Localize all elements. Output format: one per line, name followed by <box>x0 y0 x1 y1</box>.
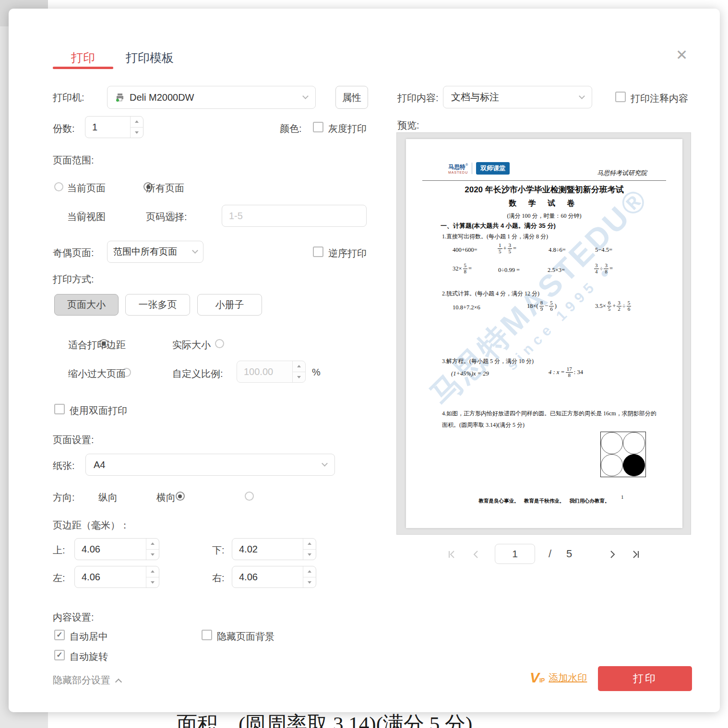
margin-right-label: 右: <box>212 572 225 585</box>
close-icon[interactable]: ✕ <box>676 48 688 62</box>
printer-properties-button[interactable]: 属性 <box>335 86 368 109</box>
radio-actual-size[interactable] <box>215 339 224 348</box>
odd-even-select[interactable]: 范围中所有页面 <box>107 241 203 263</box>
custom-scale-input[interactable] <box>237 361 292 382</box>
margin-left-input-group <box>74 566 159 588</box>
percent-label: % <box>312 367 321 378</box>
reverse-print-checkbox[interactable] <box>313 247 323 257</box>
radio-current-view-label[interactable]: 当前视图 <box>67 211 106 223</box>
tab-print[interactable]: 打印 <box>53 50 113 66</box>
math-expression: 34 ÷ 38 = <box>593 263 613 274</box>
print-annotations-checkbox[interactable] <box>615 92 626 102</box>
margin-left-input[interactable] <box>75 566 146 587</box>
doc-subtitle: 数 学 试 卷 <box>406 199 682 209</box>
doc-q2: 2.脱式计算。(每小题 4 分，满分 12 分) <box>442 290 539 298</box>
last-page-button[interactable] <box>630 549 641 560</box>
margin-top-stepper[interactable] <box>146 539 159 560</box>
odd-even-label: 奇偶页面: <box>53 247 94 259</box>
radio-all-pages-label[interactable]: 所有页面 <box>146 182 184 195</box>
print-content-select[interactable]: 文档与标注 <box>443 86 592 108</box>
next-page-button[interactable] <box>607 549 618 560</box>
print-button[interactable]: 打印 <box>598 666 692 691</box>
method-page-size-button[interactable]: 页面大小 <box>54 294 119 316</box>
margin-top-input-group <box>74 538 159 560</box>
radio-portrait[interactable] <box>176 492 185 501</box>
hide-settings-label: 隐藏部分设置 <box>53 674 110 687</box>
math-expression: 400+600= <box>453 247 477 254</box>
vip-icon: VIP <box>530 670 545 685</box>
duplex-checkbox[interactable] <box>54 404 65 414</box>
radio-current-page-label[interactable]: 当前页面 <box>67 182 106 195</box>
pagination-separator: / <box>549 548 551 560</box>
radio-page-select-label[interactable]: 页码选择: <box>146 211 187 223</box>
previous-page-button[interactable] <box>470 549 482 560</box>
copies-input[interactable] <box>85 117 130 138</box>
radio-portrait-label[interactable]: 纵向 <box>98 491 118 504</box>
auto-center-label[interactable]: 自动居中 <box>70 630 108 643</box>
doc-institute: 马思特考试研究院 <box>597 169 647 177</box>
radio-landscape-label[interactable]: 横向 <box>156 491 176 504</box>
hide-background-label[interactable]: 隐藏页面背景 <box>217 630 274 643</box>
print-content-select-value: 文档与标注 <box>451 91 499 104</box>
doc-q4-line2: 面积。(圆周率取 3.14)(满分 5 分) <box>442 421 525 429</box>
paper-select-value: A4 <box>94 459 105 470</box>
doc-figure-circle <box>601 454 623 476</box>
margin-right-input[interactable] <box>232 566 303 587</box>
content-setup-heading: 内容设置: <box>53 611 94 624</box>
doc-q1: 1.直接写出得数。(每小题 1 分，满分 8 分) <box>442 233 548 241</box>
printer-select-value: Deli M2000DW <box>130 92 194 103</box>
auto-rotate-label[interactable]: 自动旋转 <box>70 650 108 663</box>
color-label: 颜色: <box>280 122 302 135</box>
page-number-input[interactable] <box>495 544 535 564</box>
copies-label: 份数: <box>53 122 75 135</box>
printer-select[interactable]: Deli M2000DW <box>107 86 316 109</box>
radio-landscape[interactable] <box>245 492 254 501</box>
chevron-down-icon <box>579 93 585 99</box>
hide-settings-toggle[interactable]: 隐藏部分设置 <box>53 674 121 687</box>
radio-custom-scale-label[interactable]: 自定义比例: <box>172 367 223 380</box>
grayscale-label[interactable]: 灰度打印 <box>328 122 367 135</box>
add-watermark-label[interactable]: 添加水印 <box>549 671 587 684</box>
margin-left-stepper[interactable] <box>146 566 159 587</box>
doc-meta: (满分 100 分，时量：60 分钟) <box>406 212 682 220</box>
first-page-button[interactable] <box>446 549 458 560</box>
margin-left-label: 左: <box>53 572 65 585</box>
margin-top-label: 上: <box>53 544 65 557</box>
margin-bottom-input[interactable] <box>232 539 303 560</box>
radio-fit-margins-label[interactable]: 适合打印边距 <box>68 339 126 352</box>
page-range-input[interactable] <box>222 205 367 227</box>
copies-stepper[interactable] <box>130 117 143 138</box>
margin-top-input[interactable] <box>75 539 146 560</box>
custom-scale-stepper[interactable] <box>292 361 305 382</box>
math-expression: (1+45%)x = 29 <box>451 370 489 377</box>
grayscale-checkbox[interactable] <box>313 122 323 132</box>
radio-current-page[interactable] <box>54 182 63 191</box>
radio-shrink-oversized-label[interactable]: 缩小过大页面 <box>68 367 126 380</box>
math-expression: 18×( 89 − 56 ) <box>527 300 557 312</box>
print-content-label: 打印内容: <box>397 92 439 105</box>
math-expression: 4.8÷6= <box>549 247 566 254</box>
add-watermark-link[interactable]: VIP 添加水印 <box>530 670 587 685</box>
math-expression: 15 + 35 = <box>497 243 516 254</box>
paper-select[interactable]: A4 <box>85 454 335 476</box>
margin-bottom-input-group <box>232 538 316 560</box>
printer-icon <box>115 93 125 102</box>
auto-center-checkbox[interactable] <box>54 630 65 640</box>
auto-rotate-checkbox[interactable] <box>54 650 65 660</box>
method-booklet-button[interactable]: 小册子 <box>197 294 262 316</box>
math-expression: 3.5× 65 + 32 ÷ 56 <box>595 300 632 312</box>
math-expression: 5−4.5= <box>595 247 612 254</box>
radio-actual-size-label[interactable]: 实际大小 <box>172 339 211 352</box>
method-multi-per-sheet-button[interactable]: 一张多页 <box>125 294 190 316</box>
print-dialog: 打印 打印模板 ✕ 打印机: Deli M2000DW 属性 份数: 颜色: 灰… <box>9 9 720 712</box>
print-annotations-label[interactable]: 打印注释内容 <box>631 92 688 105</box>
duplex-label[interactable]: 使用双面打印 <box>70 404 127 417</box>
margin-right-stepper[interactable] <box>303 566 316 587</box>
margin-right-input-group <box>232 566 316 588</box>
math-expression: 2.5×3= <box>548 267 565 274</box>
math-expression: 0÷0.99 = <box>498 267 520 274</box>
margin-bottom-stepper[interactable] <box>303 539 316 560</box>
reverse-print-label[interactable]: 逆序打印 <box>328 247 367 260</box>
tab-print-template[interactable]: 打印模板 <box>126 50 174 66</box>
hide-background-checkbox[interactable] <box>202 630 212 640</box>
